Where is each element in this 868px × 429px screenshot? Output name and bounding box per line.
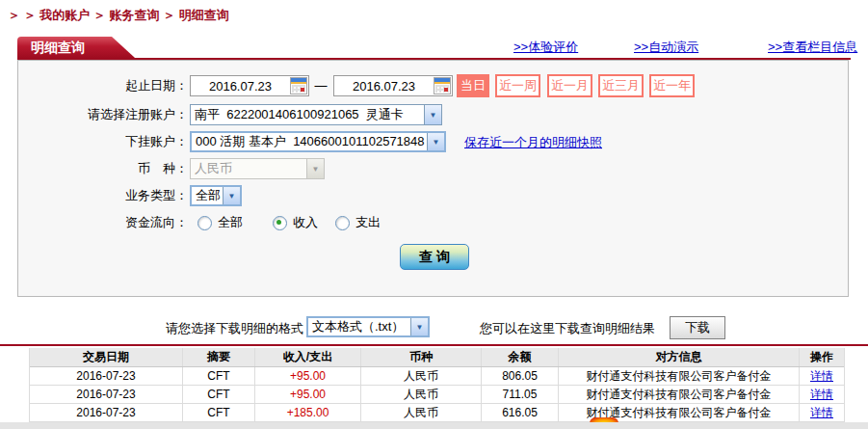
currency-value: 人民币 [191,160,306,177]
quick-button-today[interactable]: 当日 [457,74,489,97]
download-format-label: 请您选择下载明细的格式 [166,320,303,337]
chevron-down-icon[interactable]: ▼ [410,318,428,335]
breadcrumb[interactable]: ＞ ＞ 我的账户 ＞ 账务查询 ＞ 明细查询 [8,7,229,24]
sub-account-label: 下挂账户： [18,131,188,152]
tab-detail-query[interactable]: 明细查询 [17,37,135,58]
date-range-label: 起止日期： [18,75,188,96]
header-action: 操作 [800,348,844,366]
date-range-dash: — [310,75,331,96]
cell-balance: 806.05 [482,367,559,385]
biz-type-value: 全部 [192,187,223,204]
cell-summary: CFT [183,404,255,421]
flow-radio-income[interactable]: 收入 [273,214,318,231]
quick-button-year[interactable]: 近一年 [649,74,695,97]
query-button[interactable]: 查 询 [400,244,469,270]
header-currency: 币种 [361,348,482,366]
cell-currency: 人民币 [361,404,482,421]
flow-label: 资金流向： [18,212,188,233]
flow-option-label: 全部 [218,214,243,231]
table-top-rule [0,344,868,346]
cell-amount: +95.00 [255,386,361,403]
registered-account-value: 南平 6222001406100921065 灵通卡 [191,106,424,123]
results-table: 交易日期 摘要 收入/支出 币种 余额 对方信息 操作 2016-07-23 C… [29,348,845,422]
currency-select-disabled: 人民币 ▼ [190,158,325,179]
radio-icon[interactable] [197,216,212,230]
flow-radio-all[interactable]: 全部 [197,214,243,231]
cell-counterparty: 财付通支付科技有限公司客户备付金 [559,386,800,403]
calendar-icon[interactable] [290,77,307,94]
detail-link[interactable]: 详情 [810,387,833,403]
cell-currency: 人民币 [361,367,482,385]
date-to-input[interactable]: 2016.07.23 [333,75,453,96]
cell-summary: CFT [183,386,255,403]
link-auto-demo[interactable]: >>自动演示 [634,39,698,56]
download-button[interactable]: 下载 [670,316,725,339]
link-view-column-info[interactable]: >>查看栏目信息 [768,39,857,56]
link-experience-rating[interactable]: >>体验评价 [513,39,578,56]
cell-date: 2016-07-23 [30,386,183,403]
download-format-value: 文本格式（.txt） [308,318,410,335]
account-label: 请选择注册账户： [18,104,188,125]
biz-type-select[interactable]: 全部 ▼ [190,185,242,206]
download-format-select[interactable]: 文本格式（.txt） ▼ [306,316,430,337]
biz-type-label: 业务类型： [18,185,188,206]
cell-summary: CFT [183,367,255,385]
detail-link[interactable]: 详情 [810,368,833,385]
chevron-down-icon[interactable]: ▼ [427,133,444,150]
flow-option-label: 支出 [355,214,381,231]
header-counterparty: 对方信息 [559,348,800,366]
header-amount: 收入/支出 [255,348,361,366]
sub-account-value: 000 活期 基本户 1406600101102571848 [192,133,427,150]
table-row: 2016-07-23 CFT +185.00 人民币 616.05 财付通支付科… [30,404,844,422]
quick-button-month[interactable]: 近一月 [547,74,592,97]
table-row: 2016-07-23 CFT +95.00 人民币 711.05 财付通支付科技… [30,386,844,404]
radio-icon[interactable] [335,216,350,230]
table-row: 2016-07-23 CFT +95.00 人民币 806.05 财付通支付科技… [30,367,844,386]
save-snapshot-link[interactable]: 保存近一个月的明细快照 [464,134,602,151]
radio-checked-icon[interactable] [273,216,287,230]
detail-query-page: ＞ ＞ 我的账户 ＞ 账务查询 ＞ 明细查询 明细查询 >>体验评价 >>自动演… [0,0,868,429]
chevron-down-icon[interactable]: ▼ [424,105,441,124]
date-from-value[interactable]: 2016.07.23 [191,79,290,94]
detail-link[interactable]: 详情 [810,405,833,421]
chevron-down-icon: ▼ [306,159,324,178]
flow-radio-expense[interactable]: 支出 [335,214,381,231]
calendar-icon[interactable] [434,77,451,94]
chevron-down-icon[interactable]: ▼ [223,187,240,204]
cell-amount: +95.00 [255,367,361,385]
registered-account-select[interactable]: 南平 6222001406100921065 灵通卡 ▼ [190,104,442,125]
cell-balance: 616.05 [482,404,559,421]
table-header-row: 交易日期 摘要 收入/支出 币种 余额 对方信息 操作 [30,348,844,367]
query-form-panel: 起止日期： 2016.07.23 — 2016.07.23 当日 近一周 近一月… [17,60,849,297]
cell-amount: +185.00 [255,404,361,421]
table-body: 2016-07-23 CFT +95.00 人民币 806.05 财付通支付科技… [30,367,844,422]
cell-counterparty: 财付通支付科技有限公司客户备付金 [559,367,800,385]
cell-date: 2016-07-23 [30,404,183,421]
date-to-value[interactable]: 2016.07.23 [334,79,434,94]
cell-balance: 711.05 [482,386,559,403]
download-hint: 您可以在这里下载查询明细结果 [480,320,655,337]
header-summary: 摘要 [183,348,255,366]
cell-date: 2016-07-23 [30,367,183,385]
quick-button-3months[interactable]: 近三月 [598,74,644,97]
header-balance: 余额 [482,348,559,366]
footer-strip [0,422,868,429]
quick-button-week[interactable]: 近一周 [495,74,540,97]
sub-account-select[interactable]: 000 活期 基本户 1406600101102571848 ▼ [190,131,446,152]
header-date: 交易日期 [30,348,183,366]
flow-option-label: 收入 [293,214,318,231]
currency-label: 币 种： [18,158,188,179]
date-from-input[interactable]: 2016.07.23 [190,75,309,96]
cell-currency: 人民币 [361,386,482,403]
